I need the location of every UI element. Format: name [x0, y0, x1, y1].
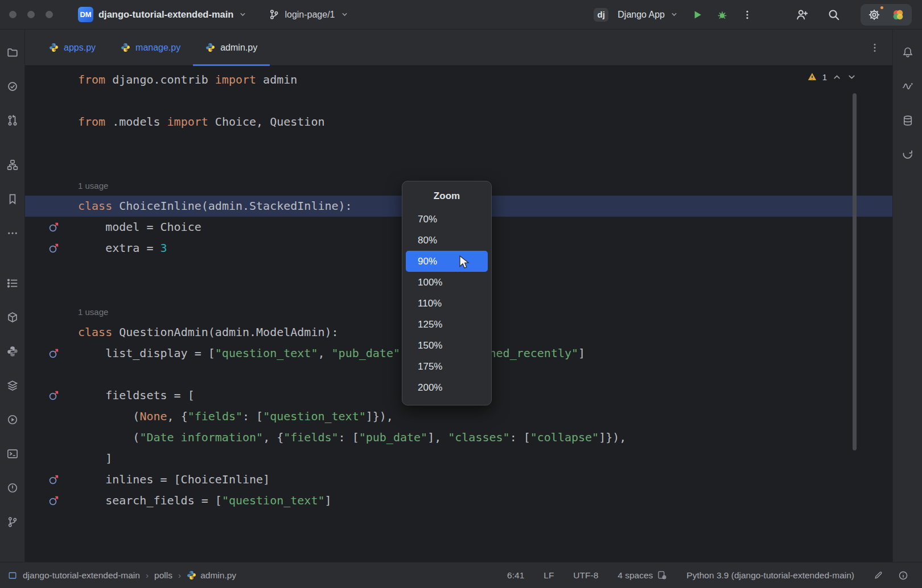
- code-token: : [: [510, 430, 530, 444]
- tab-manage-py[interactable]: manage.py: [108, 30, 193, 65]
- zoom-option-150[interactable]: 150%: [406, 335, 488, 356]
- code-token: "question_text": [263, 409, 366, 423]
- code-line: [25, 154, 892, 175]
- commit-tool-button[interactable]: [5, 78, 20, 94]
- run-circle-icon: [7, 414, 18, 425]
- services-tool-button[interactable]: [5, 378, 20, 394]
- zoom-option-100[interactable]: 100%: [406, 272, 488, 293]
- database-tool-button[interactable]: [900, 113, 916, 129]
- code-style-settings-icon[interactable]: [657, 570, 667, 580]
- tab-label: manage.py: [135, 43, 180, 53]
- notifications-button[interactable]: [900, 44, 916, 60]
- run-configuration-selector[interactable]: Django App: [614, 7, 682, 23]
- code-token: list_display = [: [78, 346, 215, 360]
- minimize-window-button[interactable]: [27, 11, 35, 18]
- overriding-attribute-gutter-icon[interactable]: [48, 473, 60, 486]
- zoom-option-90[interactable]: 90%: [406, 251, 488, 272]
- pull-requests-tool-button[interactable]: [5, 113, 20, 129]
- editor-scrollbar[interactable]: [853, 93, 857, 450]
- project-tool-button[interactable]: [5, 44, 20, 60]
- warning-count: 1: [822, 72, 827, 82]
- workspace-icon: [8, 571, 17, 580]
- code-token: "question_text": [222, 494, 325, 507]
- version-control-tool-button[interactable]: [5, 514, 20, 530]
- structure-tool-button[interactable]: [5, 157, 20, 173]
- project-badge-icon: DM: [78, 7, 93, 22]
- breadcrumb-file[interactable]: admin.py: [187, 570, 236, 581]
- usage-count-label[interactable]: 1 usage: [78, 307, 108, 317]
- close-window-button[interactable]: [9, 11, 17, 18]
- overriding-attribute-gutter-icon[interactable]: [48, 494, 60, 507]
- zoom-option-80[interactable]: 80%: [406, 230, 488, 251]
- package-box-icon: [7, 312, 18, 323]
- inspection-widget[interactable]: 1: [807, 72, 857, 82]
- zoom-option-200[interactable]: 200%: [406, 377, 488, 398]
- gear-icon: [868, 9, 880, 21]
- database-icon: [902, 115, 913, 126]
- vcs-branch-widget[interactable]: login-page/1: [263, 6, 354, 23]
- more-tool-windows-button[interactable]: [5, 225, 20, 241]
- code-token: model = Choice: [78, 220, 201, 234]
- fullscreen-window-button[interactable]: [46, 11, 53, 18]
- search-everywhere-button[interactable]: [824, 5, 843, 24]
- previous-problem-icon[interactable]: [832, 72, 842, 82]
- overriding-attribute-gutter-icon[interactable]: [48, 242, 60, 254]
- indent-widget[interactable]: 4 spaces: [618, 570, 653, 581]
- folder-icon: [7, 47, 18, 58]
- encoding-widget[interactable]: UTF-8: [573, 570, 598, 581]
- overriding-attribute-gutter-icon[interactable]: [48, 221, 60, 233]
- python-file-icon: [49, 43, 59, 52]
- tab-label: admin.py: [220, 43, 257, 53]
- zoom-option-110[interactable]: 110%: [406, 293, 488, 314]
- code-token: ]}),: [366, 409, 393, 423]
- breadcrumb-project[interactable]: django-tutorial-extended-main: [23, 570, 140, 581]
- tab-options-button[interactable]: [870, 43, 880, 53]
- status-indicator-icon[interactable]: [898, 570, 908, 581]
- code-line: ("Date information", {"fields": ["pub_da…: [25, 427, 892, 448]
- python-packages-tool-button[interactable]: [5, 309, 20, 325]
- restore-arrow-icon: [902, 149, 913, 160]
- code-token: from: [78, 115, 105, 129]
- code-token: admin: [256, 73, 297, 86]
- tab-apps-py[interactable]: apps.py: [36, 30, 108, 65]
- settings-notification-dot: [879, 5, 884, 10]
- search-icon: [828, 9, 840, 21]
- overriding-attribute-gutter-icon[interactable]: [48, 347, 60, 359]
- zoom-option-70[interactable]: 70%: [406, 209, 488, 230]
- code-editor[interactable]: from django.contrib import adminfrom .mo…: [25, 66, 892, 562]
- tab-admin-py[interactable]: admin.py: [193, 30, 270, 65]
- project-widget[interactable]: DM django-tutorial-extended-main: [72, 4, 253, 25]
- settings-button[interactable]: [866, 7, 882, 23]
- window-controls: [9, 11, 53, 18]
- account-avatar-button[interactable]: [890, 7, 906, 23]
- breadcrumb-package[interactable]: polls: [154, 570, 172, 581]
- code-token: class: [78, 325, 112, 339]
- terminal-tool-button[interactable]: [5, 446, 20, 462]
- run-button[interactable]: [688, 5, 707, 24]
- bookmarks-tool-button[interactable]: [5, 191, 20, 207]
- history-tool-button[interactable]: [900, 147, 916, 163]
- todo-list-icon: [7, 278, 18, 289]
- commit-check-icon: [7, 81, 18, 92]
- code-with-me-button[interactable]: [792, 5, 812, 24]
- caret-position-widget[interactable]: 6:41: [507, 570, 524, 581]
- line-separator-widget[interactable]: LF: [544, 570, 554, 581]
- usage-count-label[interactable]: 1 usage: [78, 181, 108, 191]
- code-token: "Date information": [139, 430, 263, 444]
- code-line: inlines = [ChoiceInline]: [25, 469, 892, 490]
- python-console-tool-button[interactable]: [5, 343, 20, 359]
- problems-tool-button[interactable]: [5, 480, 20, 496]
- todo-tool-button[interactable]: [5, 275, 20, 291]
- interpreter-widget[interactable]: Python 3.9 (django-tutorial-extended-mai…: [686, 570, 854, 581]
- zoom-option-175[interactable]: 175%: [406, 356, 488, 377]
- run-tool-button[interactable]: [5, 412, 20, 428]
- write-access-pencil-icon[interactable]: [874, 570, 883, 580]
- more-run-actions-button[interactable]: [738, 5, 757, 24]
- overriding-attribute-gutter-icon[interactable]: [48, 389, 60, 401]
- ai-assistant-tool-button[interactable]: [900, 78, 916, 94]
- zoom-option-125[interactable]: 125%: [406, 314, 488, 335]
- statusbar: django-tutorial-extended-main › polls › …: [0, 562, 922, 588]
- next-problem-icon[interactable]: [847, 72, 857, 82]
- debug-button[interactable]: [713, 5, 732, 24]
- ide-window: DM django-tutorial-extended-main login-p…: [0, 0, 922, 588]
